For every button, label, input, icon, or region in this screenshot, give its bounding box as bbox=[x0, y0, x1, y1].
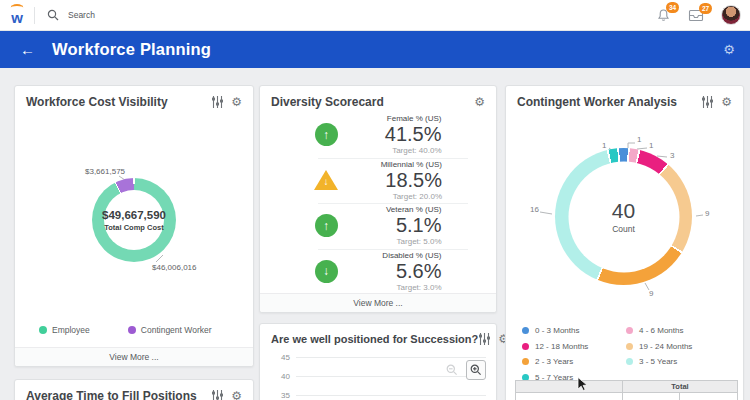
legend-label: 19 - 24 Months bbox=[639, 342, 692, 351]
metric-row-disabled: ↓ Disabled % (US) 5.6% Target: 3.0% bbox=[260, 249, 496, 295]
workday-logo-arc-icon bbox=[11, 4, 24, 12]
legend-label: 3 - 5 Years bbox=[639, 357, 677, 366]
zoom-in-button[interactable] bbox=[466, 360, 486, 380]
page-header-bar: ← Workforce Planning ⚙ bbox=[0, 30, 750, 68]
page-title: Workforce Planning bbox=[52, 40, 211, 59]
topbar-actions: 34 27 bbox=[656, 5, 750, 25]
legend-item: 4 - 6 Months bbox=[626, 326, 692, 335]
legend-dot-icon bbox=[626, 327, 633, 334]
user-avatar[interactable] bbox=[721, 5, 741, 25]
metric-value: 41.5% bbox=[350, 124, 442, 145]
global-search[interactable] bbox=[47, 9, 656, 21]
top-bar: w 34 27 bbox=[0, 0, 750, 31]
card-title: Average Time to Fill Positions bbox=[26, 389, 211, 400]
metric-label: Female % (US) bbox=[350, 114, 442, 123]
metric-text: Millennial % (US) 18.5% Target: 20.0% bbox=[350, 160, 442, 201]
card-title: Contingent Worker Analysis bbox=[517, 95, 701, 109]
metric-target: Target: 20.0% bbox=[350, 192, 442, 201]
table-header-row: Total bbox=[515, 380, 738, 393]
legend-item: 0 - 3 Months bbox=[522, 326, 626, 335]
metric-value: 5.1% bbox=[350, 215, 442, 236]
card-header: Contingent Worker Analysis ⚙ bbox=[506, 86, 743, 114]
filter-sliders-icon[interactable] bbox=[701, 96, 714, 108]
card-settings-gear-icon[interactable]: ⚙ bbox=[231, 390, 242, 400]
card-title: Are we well positioned for Succession? bbox=[271, 333, 478, 345]
legend-dot-icon bbox=[128, 326, 136, 334]
card-title: Workforce Cost Visibility bbox=[26, 95, 211, 109]
view-more-link[interactable]: View More ... bbox=[15, 347, 253, 366]
legend-item: Employee bbox=[39, 325, 90, 335]
view-more-link[interactable]: View More ... bbox=[260, 293, 496, 312]
legend-dot-icon bbox=[39, 326, 47, 334]
legend-label: Employee bbox=[52, 325, 90, 335]
zoom-out-button[interactable] bbox=[443, 361, 461, 379]
count-label: Count bbox=[612, 224, 635, 234]
legend-dot-icon bbox=[522, 343, 529, 350]
magnifier-minus-icon bbox=[446, 364, 458, 376]
legend-label: 12 - 18 Months bbox=[535, 342, 588, 351]
donut-center: $49,667,590 Total Comp Cost bbox=[104, 190, 164, 250]
legend-item: 3 - 5 Years bbox=[626, 357, 692, 366]
donut-center: 40 Count bbox=[568, 161, 679, 272]
donut-legend: 0 - 3 Months12 - 18 Months2 - 3 Years5 -… bbox=[522, 323, 692, 385]
filter-sliders-icon[interactable] bbox=[478, 333, 491, 345]
segment-count-5-7-years: 1 bbox=[602, 141, 606, 150]
legend-dot-icon bbox=[522, 358, 529, 365]
metric-row-millennial: ↓ Millennial % (US) 18.5% Target: 20.0% bbox=[260, 158, 496, 204]
table-row bbox=[515, 393, 738, 400]
metric-row-female: ↑ Female % (US) 41.5% Target: 40.0% bbox=[260, 112, 496, 158]
workday-logo[interactable]: w bbox=[0, 0, 34, 30]
filter-sliders-icon[interactable] bbox=[211, 390, 224, 400]
segment-count-0-3-months: 1 bbox=[637, 135, 641, 144]
gridline bbox=[296, 357, 486, 358]
chart-zoom-controls bbox=[443, 360, 486, 380]
back-button[interactable]: ← bbox=[20, 42, 35, 57]
scorecard-metrics: ↑ Female % (US) 41.5% Target: 40.0% ↓ Mi… bbox=[260, 112, 496, 294]
legend-label: 0 - 3 Months bbox=[535, 326, 579, 335]
total-comp-donut-chart[interactable]: $49,667,590 Total Comp Cost bbox=[92, 178, 176, 262]
total-comp-label: Total Comp Cost bbox=[104, 223, 163, 232]
metric-text: Veteran % (US) 5.1% Target: 5.0% bbox=[350, 205, 442, 246]
card-header-icons: ⚙ bbox=[474, 96, 485, 108]
segment-count-19-24-months: 9 bbox=[705, 209, 709, 218]
filter-sliders-icon[interactable] bbox=[211, 96, 224, 108]
metric-text: Disabled % (US) 5.6% Target: 3.0% bbox=[350, 251, 442, 292]
metric-target: Target: 5.0% bbox=[350, 237, 442, 246]
trend-up-icon: ↑ bbox=[315, 123, 338, 146]
metric-label: Veteran % (US) bbox=[350, 205, 442, 214]
contingent-tenure-donut-chart[interactable]: 40 Count bbox=[555, 148, 692, 285]
trend-down-icon: ↓ bbox=[315, 260, 338, 283]
page-settings-gear-icon[interactable]: ⚙ bbox=[723, 43, 735, 56]
legend-dot-icon bbox=[626, 358, 633, 365]
metric-text: Female % (US) 41.5% Target: 40.0% bbox=[350, 114, 442, 155]
segment-count-3-5-years: 16 bbox=[530, 205, 539, 214]
search-input[interactable] bbox=[66, 9, 270, 21]
metric-label: Disabled % (US) bbox=[350, 251, 442, 260]
table-header-empty-cell bbox=[515, 380, 623, 393]
gridline bbox=[296, 395, 486, 396]
metric-value: 5.6% bbox=[350, 261, 442, 282]
metric-target: Target: 40.0% bbox=[350, 146, 442, 155]
card-diversity-scorecard: Diversity Scorecard ⚙ ↑ Female % (US) 41… bbox=[259, 85, 497, 313]
count-value: 40 bbox=[612, 200, 635, 221]
donut-legend: EmployeeContingent Worker bbox=[39, 325, 212, 335]
table-cell bbox=[623, 393, 680, 400]
card-settings-gear-icon[interactable]: ⚙ bbox=[721, 96, 732, 108]
inbox-button[interactable]: 27 bbox=[688, 9, 704, 22]
metric-label: Millennial % (US) bbox=[350, 160, 442, 169]
search-icon bbox=[47, 9, 59, 21]
legend-dot-icon bbox=[522, 327, 529, 334]
notifications-button[interactable]: 34 bbox=[656, 8, 671, 23]
card-average-time-to-fill: Average Time to Fill Positions ⚙ bbox=[14, 379, 254, 400]
notification-badge: 34 bbox=[666, 2, 679, 13]
topbar-divider bbox=[34, 7, 35, 24]
table-header-total-cell: Total bbox=[623, 380, 738, 393]
trend-up-icon: ↑ bbox=[315, 214, 338, 237]
y-axis-tick-35: 35 bbox=[270, 390, 486, 400]
metric-target: Target: 3.0% bbox=[350, 283, 442, 292]
warning-triangle-icon: ↓ bbox=[314, 169, 338, 191]
card-header: Average Time to Fill Positions ⚙ bbox=[15, 380, 253, 400]
card-succession: Are we well positioned for Succession? ⚙… bbox=[259, 323, 497, 400]
card-settings-gear-icon[interactable]: ⚙ bbox=[474, 96, 485, 108]
card-settings-gear-icon[interactable]: ⚙ bbox=[231, 96, 242, 108]
